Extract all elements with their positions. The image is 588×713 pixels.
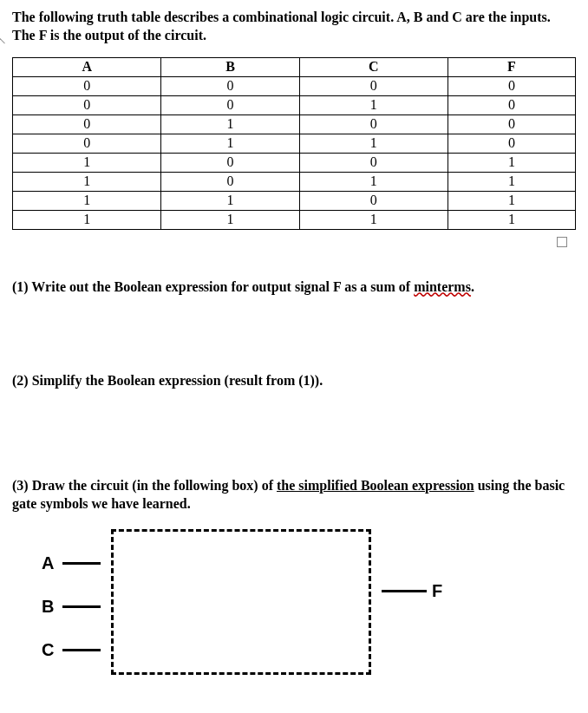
cell: 1 — [299, 210, 448, 229]
cell: 1 — [448, 191, 575, 210]
table-row: 0010 — [13, 95, 576, 114]
truth-table: A B C F 0000 0010 0100 0110 1001 1011 11… — [12, 57, 576, 230]
cell: 0 — [448, 76, 575, 95]
q3-underline: the simplified Boolean expression — [277, 478, 474, 493]
cell: 0 — [161, 95, 299, 114]
table-row: 1011 — [13, 172, 576, 191]
intro-text: The following truth table describes a co… — [12, 9, 576, 45]
col-header-F: F — [448, 57, 575, 76]
table-row: 0110 — [13, 134, 576, 153]
circuit-diagram: A B C F — [42, 529, 475, 681]
cell: 0 — [299, 153, 448, 172]
wire-C — [62, 649, 101, 651]
col-header-C: C — [299, 57, 448, 76]
wire-B — [62, 605, 101, 608]
wire-A — [62, 562, 101, 565]
table-header-row: A B C F — [13, 57, 576, 76]
cell: 0 — [161, 76, 299, 95]
question-1: (1) Write out the Boolean expression for… — [12, 278, 576, 297]
cell: 1 — [448, 172, 575, 191]
cell: 0 — [13, 76, 161, 95]
cell: 1 — [161, 114, 299, 134]
cell: 1 — [13, 191, 161, 210]
cell: 1 — [13, 172, 161, 191]
circuit-input-C: C — [42, 640, 57, 660]
cell: 1 — [161, 210, 299, 229]
cell: 1 — [448, 153, 575, 172]
cell: 0 — [13, 95, 161, 114]
table-row: 1001 — [13, 153, 576, 172]
col-header-B: B — [161, 57, 299, 76]
cell: 0 — [161, 153, 299, 172]
q1-minterms: minterms — [414, 279, 471, 294]
q1-suffix: . — [471, 279, 474, 294]
table-row: 0100 — [13, 114, 576, 134]
page-mark — [0, 37, 5, 44]
cell: 0 — [448, 95, 575, 114]
q1-prefix: (1) Write out the Boolean expression for… — [12, 279, 414, 294]
table-row: 1101 — [13, 191, 576, 210]
cell: 0 — [13, 134, 161, 153]
cell: 0 — [299, 76, 448, 95]
circuit-input-B: B — [42, 597, 57, 617]
cell: 0 — [13, 114, 161, 134]
col-header-A: A — [13, 57, 161, 76]
cell: 1 — [13, 153, 161, 172]
cell: 1 — [299, 95, 448, 114]
cell: 0 — [448, 114, 575, 134]
cell: 1 — [161, 191, 299, 210]
circuit-box — [111, 529, 371, 675]
cell: 0 — [299, 114, 448, 134]
table-row: 0000 — [13, 76, 576, 95]
cell: 1 — [161, 134, 299, 153]
circuit-output-F: F — [432, 581, 448, 601]
cell: 0 — [448, 134, 575, 153]
table-row: 1111 — [13, 210, 576, 229]
cell: 0 — [299, 191, 448, 210]
small-box-icon — [557, 237, 567, 247]
circuit-input-A: A — [42, 553, 57, 573]
wire-F — [382, 590, 427, 592]
cell: 0 — [161, 172, 299, 191]
question-3: (3) Draw the circuit (in the following b… — [12, 477, 576, 513]
cell: 1 — [299, 172, 448, 191]
cell: 1 — [13, 210, 161, 229]
q3-prefix: (3) Draw the circuit (in the following b… — [12, 478, 277, 493]
cell: 1 — [299, 134, 448, 153]
cell: 1 — [448, 210, 575, 229]
question-2: (2) Simplify the Boolean expression (res… — [12, 372, 576, 390]
